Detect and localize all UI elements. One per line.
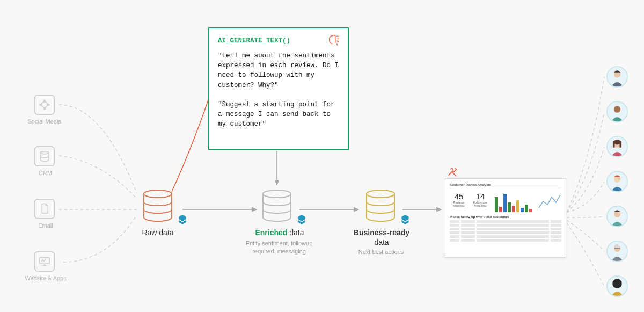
user-avatar	[606, 241, 628, 262]
svg-point-7	[144, 190, 172, 198]
dashboard-preview: Customer Review Analysis 45 Reviews rece…	[445, 178, 566, 258]
databricks-badge-icon	[177, 214, 188, 224]
crm-label: CRM	[39, 170, 52, 176]
crm-icon	[34, 146, 55, 166]
email-icon	[34, 199, 55, 219]
enriched-data-db-icon	[260, 189, 294, 227]
business-ready-sublabel: Next best actions	[354, 248, 408, 256]
ai-prompt-box: AI_GENERATE_TEXT() "Tell me about the se…	[208, 27, 349, 150]
dashboard-section-title: Please follow-up with these customers	[450, 215, 561, 219]
user-avatar	[606, 171, 628, 192]
user-avatar	[606, 275, 628, 297]
svg-point-8	[263, 190, 291, 198]
svg-point-5	[41, 151, 49, 154]
user-avatar	[606, 101, 628, 122]
email-label: Email	[38, 222, 54, 229]
svg-point-11	[614, 106, 621, 113]
raw-data-label: Raw data	[140, 228, 175, 237]
user-avatar	[606, 66, 628, 88]
databricks-badge-icon-3	[400, 214, 411, 224]
code-prompt-2: "Suggest a starting point for a message …	[218, 100, 339, 129]
svg-point-14	[614, 211, 621, 217]
dashboard-bar-chart	[493, 192, 532, 212]
svg-point-3	[40, 104, 41, 106]
business-ready-label: Business-readydata	[349, 228, 414, 247]
code-function-name: AI_GENERATE_TEXT()	[218, 36, 339, 46]
social-media-icon	[34, 95, 55, 115]
tools-icon	[447, 166, 458, 179]
business-ready-db-icon	[364, 189, 397, 227]
svg-point-2	[44, 108, 46, 110]
website-apps-icon	[34, 251, 55, 272]
metric-followups: 14 Follow-ups Required	[471, 192, 489, 212]
enriched-data-sublabel: Entity sentiment, followup required, mes…	[239, 240, 319, 256]
brain-icon	[327, 34, 341, 50]
svg-point-9	[367, 190, 394, 198]
dashboard-title: Customer Review Analysis	[450, 183, 561, 188]
enriched-data-label: Enriched data	[250, 228, 309, 237]
website-apps-label: Website & Apps	[23, 275, 69, 281]
databricks-badge-icon-2	[296, 214, 307, 224]
user-avatar	[606, 206, 628, 227]
code-prompt-1: "Tell me about the sentiments expressed …	[218, 51, 339, 90]
metric-reviews: 45 Reviews received	[450, 192, 468, 212]
social-media-label: Social Media	[27, 118, 62, 125]
raw-data-db-icon	[141, 189, 174, 227]
svg-point-0	[42, 102, 48, 108]
dashboard-line-chart	[536, 192, 561, 212]
dashboard-table	[450, 220, 561, 242]
svg-point-4	[48, 104, 49, 106]
svg-rect-17	[614, 248, 620, 249]
svg-point-1	[44, 100, 46, 101]
user-avatar	[606, 136, 628, 157]
